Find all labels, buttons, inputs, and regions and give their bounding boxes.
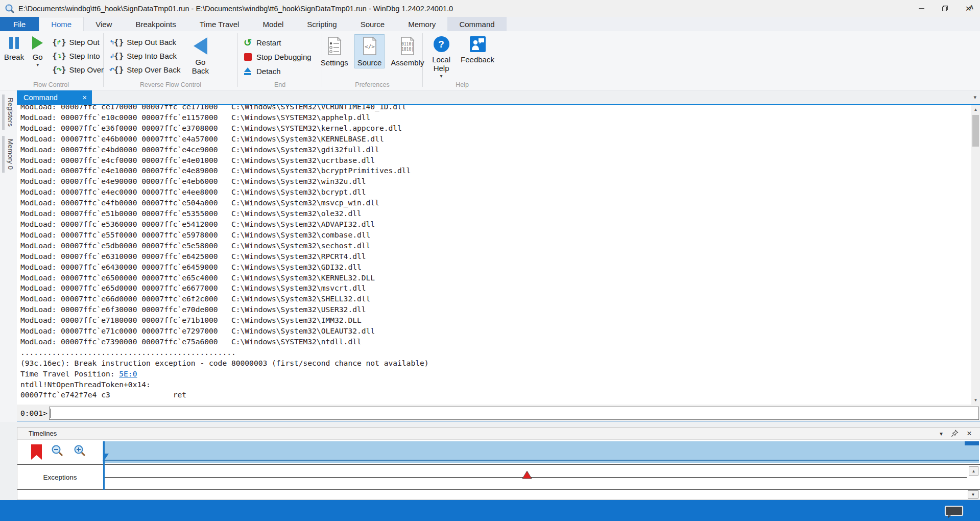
group-label: Reverse Flow Control: [105, 81, 236, 88]
break-button[interactable]: Break: [2, 34, 27, 77]
tab-scripting[interactable]: Scripting: [295, 17, 348, 31]
step-over-back-button[interactable]: ↶{} Step Over Back: [110, 63, 180, 76]
tab-command[interactable]: Command: [447, 17, 506, 31]
timeline-track[interactable]: [103, 441, 979, 463]
step-over-icon: {↷}: [52, 65, 66, 75]
stop-debugging-button[interactable]: Stop Debugging: [242, 50, 319, 63]
output-line: ModLoad: 00007ffc`e5db0000 00007ffc`e5e5…: [20, 241, 980, 251]
zoom-out-icon[interactable]: [51, 444, 64, 460]
step-into-back-button[interactable]: ↲{} Step Into Back: [110, 50, 180, 62]
source-button[interactable]: </> Source: [354, 34, 385, 68]
tab-breakpoints[interactable]: Breakpoints: [124, 17, 187, 31]
timeline-scroll-up-button[interactable]: ▲: [969, 466, 978, 476]
output-line: ModLoad: 00007ffc`e65d0000 00007ffc`e667…: [20, 283, 980, 294]
time-travel-position-link[interactable]: 5E:0: [119, 369, 137, 378]
tab-source[interactable]: Source: [349, 17, 397, 31]
tab-memory[interactable]: Memory: [396, 17, 447, 31]
detach-button[interactable]: Detach: [242, 64, 319, 78]
step-into-icon: {↴}: [52, 51, 66, 61]
output-line: ModLoad: 00007ffc`e36f0000 00007ffc`e370…: [20, 123, 980, 134]
side-tab-indicator: [2, 136, 5, 173]
step-into-back-icon: ↲{}: [110, 51, 124, 61]
side-tab-indicator: [2, 94, 5, 130]
bookmark-icon[interactable]: [31, 444, 42, 460]
text-caret: [51, 409, 52, 418]
timeline-track-row: [17, 440, 980, 464]
exceptions-row: Exceptions ▲: [17, 464, 980, 490]
assembly-button[interactable]: 0110| 1010| Assembly: [388, 34, 427, 68]
output-line: ........................................…: [20, 347, 980, 358]
go-icon: [32, 36, 43, 50]
timelines-dropdown-icon[interactable]: ▾: [940, 430, 943, 437]
ribbon-tabs: FileHomeViewBreakpointsTime TravelModelS…: [0, 17, 980, 31]
command-output[interactable]: ModLoad: 00007ffc`ce170000 00007ffc`ce17…: [17, 105, 980, 405]
output-line: ModLoad: 00007ffc`e4fb0000 00007ffc`e504…: [20, 198, 980, 208]
group-label: Help: [424, 81, 500, 88]
tab-close-icon[interactable]: ×: [82, 93, 87, 102]
chat-bubble-icon[interactable]: [944, 505, 964, 518]
tab-file[interactable]: File: [0, 17, 39, 31]
group-label: Flow Control: [0, 81, 102, 88]
group-preferences: Settings </> Source 0110| 1010|: [323, 31, 421, 90]
go-back-icon: [194, 37, 207, 55]
ribbon-separator: [237, 33, 238, 87]
minimize-icon: [919, 8, 924, 9]
tab-view[interactable]: View: [84, 17, 124, 31]
tab-home[interactable]: Home: [39, 17, 84, 31]
pin-icon[interactable]: [951, 430, 959, 437]
go-dropdown-icon[interactable]: ▾: [36, 62, 39, 67]
restart-button[interactable]: ↺ Restart: [242, 36, 319, 49]
timelines-close-icon[interactable]: ×: [967, 429, 972, 439]
output-line: ModLoad: 00007ffc`e7390000 00007ffc`e75a…: [20, 337, 980, 347]
ribbon: Break Go ▾ {↱} Step Out {↴} Step Into: [0, 31, 980, 90]
restart-icon: ↺: [244, 38, 252, 48]
scrollbar-thumb[interactable]: [972, 115, 979, 147]
side-tab-memory-0[interactable]: Memory 0: [2, 136, 17, 173]
output-scrollbar[interactable]: ▲ ▼: [971, 105, 980, 405]
break-icon: [9, 36, 19, 50]
go-button[interactable]: Go ▾: [30, 34, 45, 77]
scroll-up-icon[interactable]: ▲: [971, 105, 980, 114]
step-out-button[interactable]: {↱} Step Out: [52, 36, 104, 49]
output-line: ModLoad: 00007ffc`e6310000 00007ffc`e642…: [20, 251, 980, 262]
local-help-dropdown-icon[interactable]: ▾: [440, 73, 443, 79]
output-line: ModLoad: 00007ffc`e71c0000 00007ffc`e729…: [20, 326, 980, 337]
step-out-back-button[interactable]: ↰{} Step Out Back: [110, 36, 180, 49]
command-doc-tab[interactable]: Command ×: [17, 90, 92, 104]
step-into-button[interactable]: {↴} Step Into: [52, 50, 104, 62]
scroll-down-icon[interactable]: ▼: [971, 396, 980, 405]
exceptions-row-label: Exceptions: [17, 465, 103, 489]
close-button[interactable]: ×: [957, 0, 980, 17]
output-line: ModLoad: 00007ffc`e6f30000 00007ffc`e70d…: [20, 304, 980, 315]
output-line: Time Travel Position: 5E:0: [20, 369, 980, 380]
group-label: End: [239, 81, 321, 88]
group-end: ↺ Restart Stop Debugging Detach End: [239, 31, 321, 90]
step-over-button[interactable]: {↷} Step Over: [52, 63, 104, 76]
timeline-cursor-line[interactable]: [103, 441, 105, 490]
command-input[interactable]: [49, 407, 979, 420]
timeline-zoom-thumb[interactable]: [965, 441, 979, 445]
detach-icon: [244, 67, 251, 75]
feedback-button[interactable]: Feedback: [458, 34, 497, 80]
group-reverse-flow-control: ↰{} Step Out Back ↲{} Step Into Back ↶{}…: [105, 31, 236, 90]
tabbar-dropdown-icon[interactable]: ▾: [973, 94, 976, 101]
zoom-in-icon[interactable]: [74, 444, 87, 460]
side-tab-registers[interactable]: Registers: [2, 94, 17, 130]
timelines-bottom-strip: ▼: [17, 490, 980, 500]
restore-button[interactable]: [933, 0, 957, 17]
tab-time-travel[interactable]: Time Travel: [188, 17, 251, 31]
status-bar: [0, 500, 980, 521]
minimize-button[interactable]: [910, 0, 933, 17]
settings-button[interactable]: Settings: [318, 34, 351, 68]
go-back-button[interactable]: Go Back: [186, 34, 214, 77]
settings-icon: [327, 37, 342, 55]
output-line: ModLoad: 00007ffc`e55f0000 00007ffc`e597…: [20, 230, 980, 241]
collapse-ribbon-icon[interactable]: ∧: [969, 3, 974, 11]
exception-marker-icon[interactable]: [522, 470, 532, 479]
tab-model[interactable]: Model: [251, 17, 295, 31]
timelines-panel: Timelines ▾ ×: [17, 427, 980, 500]
local-help-button[interactable]: ? Local Help ▾: [427, 34, 455, 80]
timeline-scroll-down-button[interactable]: ▼: [968, 490, 978, 499]
exceptions-track-line: [104, 477, 967, 478]
output-line: ModLoad: 00007ffc`e4e10000 00007ffc`e4e8…: [20, 165, 980, 176]
